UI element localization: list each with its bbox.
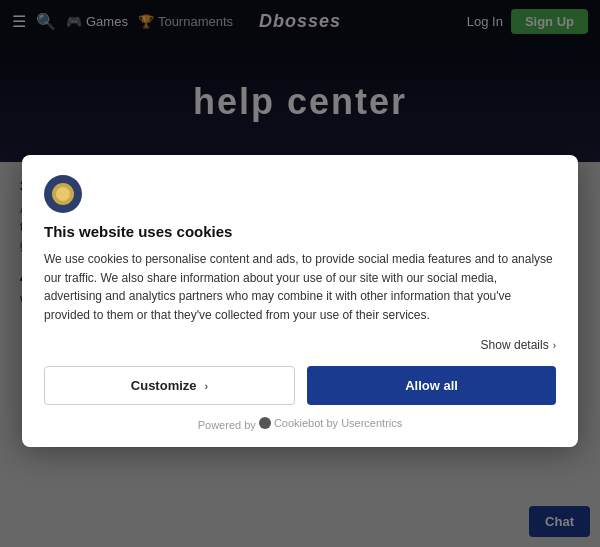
chevron-right-icon: › xyxy=(553,340,556,351)
cookiebot-brand: Cookiebot by Usercentrics xyxy=(259,417,402,429)
cookie-actions: Show details › xyxy=(44,338,556,352)
cookiebot-logo-icon xyxy=(44,175,82,213)
cookie-modal-title: This website uses cookies xyxy=(44,223,556,240)
cookie-consent-modal: This website uses cookies We use cookies… xyxy=(22,155,578,447)
allow-all-button[interactable]: Allow all xyxy=(307,366,556,405)
cookiebot-icon xyxy=(259,417,271,429)
cookiebot-logo-inner xyxy=(52,183,74,205)
cookie-footer: Powered by Cookiebot by Usercentrics xyxy=(44,417,556,431)
customize-arrow-icon: › xyxy=(205,380,209,392)
cookie-modal-body: We use cookies to personalise content an… xyxy=(44,250,556,324)
cookie-button-group: Customize › Allow all xyxy=(44,366,556,405)
show-details-link[interactable]: Show details › xyxy=(481,338,556,352)
customize-button[interactable]: Customize › xyxy=(44,366,295,405)
